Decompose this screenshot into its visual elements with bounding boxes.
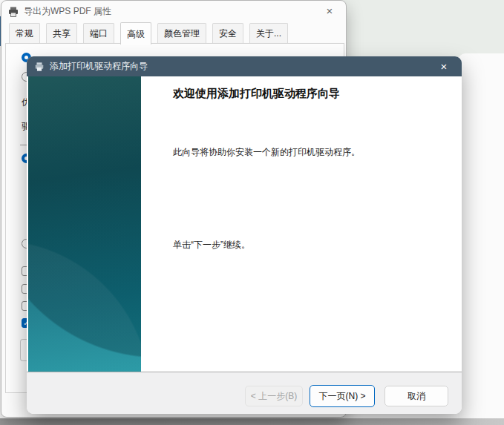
tab-advanced[interactable]: 高级 bbox=[120, 22, 151, 45]
wizard-content: 欢迎使用添加打印机驱动程序向导 此向导将协助你安装一个新的打印机驱动程序。 单击… bbox=[141, 76, 462, 392]
cancel-button[interactable]: 取消 bbox=[384, 386, 448, 406]
tab-about[interactable]: 关于... bbox=[249, 23, 288, 44]
backdrop-surface bbox=[458, 53, 504, 425]
wizard-description: 此向导将协助你安装一个新的打印机驱动程序。 bbox=[173, 146, 360, 159]
wizard-banner-panel bbox=[28, 76, 141, 392]
bottom-window-edge bbox=[0, 418, 504, 425]
tab-ports[interactable]: 端口 bbox=[83, 23, 114, 44]
tab-sharing[interactable]: 共享 bbox=[46, 23, 77, 44]
wizard-heading: 欢迎使用添加打印机驱动程序向导 bbox=[173, 87, 340, 101]
wizard-close-icon[interactable]: × bbox=[428, 56, 460, 76]
wizard-instruction: 单击“下一步”继续。 bbox=[173, 239, 250, 251]
backdrop-window bbox=[336, 0, 504, 61]
properties-close-icon[interactable]: × bbox=[318, 3, 341, 19]
wizard-footer: < 上一步(B) 下一页(N) > 取消 bbox=[27, 372, 462, 414]
add-printer-driver-wizard-dialog: 添加打印机驱动程序向导 × 欢迎使用添加打印机驱动程序向导 此向导将协助你安装一… bbox=[27, 56, 462, 414]
tab-strip: 常规 共享 端口 高级 颜色管理 安全 关于... bbox=[9, 24, 294, 44]
printer-icon bbox=[7, 6, 19, 18]
next-button[interactable]: 下一页(N) > bbox=[310, 385, 375, 407]
tab-security[interactable]: 安全 bbox=[212, 23, 243, 44]
wizard-title: 添加打印机驱动程序向导 bbox=[50, 60, 148, 73]
properties-titlebar[interactable]: 导出为WPS PDF 属性 × bbox=[1, 1, 346, 22]
tab-general[interactable]: 常规 bbox=[9, 23, 40, 44]
back-button[interactable]: < 上一步(B) bbox=[245, 386, 303, 406]
tab-color-management[interactable]: 颜色管理 bbox=[157, 23, 206, 44]
properties-title: 导出为WPS PDF 属性 bbox=[24, 5, 111, 18]
wizard-titlebar[interactable]: 添加打印机驱动程序向导 × bbox=[27, 56, 462, 76]
printer-icon bbox=[34, 62, 45, 72]
screen: 导出为WPS PDF 属性 × 常规 共享 端口 高级 颜色管理 安全 关于..… bbox=[0, 0, 504, 425]
